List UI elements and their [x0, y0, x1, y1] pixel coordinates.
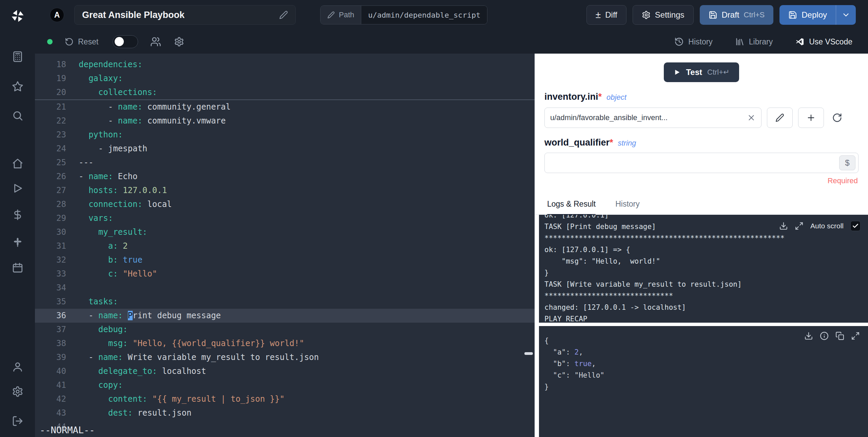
script-title-box[interactable]: Great Ansible Playbook	[74, 5, 296, 25]
field-name: inventory.ini	[544, 92, 598, 102]
library-button[interactable]: Library	[735, 37, 773, 46]
vim-status: --NORMAL--	[40, 425, 95, 435]
avatar[interactable]: A	[50, 8, 64, 22]
deploy-button[interactable]: Deploy	[779, 5, 836, 25]
draft-shortcut: Ctrl+S	[744, 11, 765, 19]
code-line[interactable]: 40 delegate_to: localhost	[35, 364, 535, 378]
windmill-logo-icon[interactable]	[11, 9, 25, 23]
info-icon[interactable]	[820, 331, 829, 340]
play-runs-icon[interactable]	[12, 183, 23, 194]
code-line[interactable]: 21 - name: community.general	[35, 100, 535, 114]
diff-toggle[interactable]	[113, 35, 138, 48]
edit-inventory-button[interactable]	[767, 108, 793, 128]
star-icon[interactable]	[12, 81, 23, 92]
download-result-icon[interactable]	[804, 331, 813, 340]
code-line[interactable]: 39 - name: Write variable my_result to r…	[35, 350, 535, 364]
code-line[interactable]: 35 tasks:	[35, 295, 535, 309]
toolbar-right-group: History Library Use VScode	[674, 37, 852, 46]
pinwheel-resources-icon[interactable]	[12, 236, 23, 247]
collaborators-icon[interactable]	[150, 36, 161, 47]
clear-icon[interactable]	[747, 113, 756, 122]
auto-scroll-checkbox[interactable]	[850, 221, 861, 231]
logs-output[interactable]: ok: [127.0.0.1]TASK [Print debug message…	[539, 215, 868, 323]
code-line[interactable]: 41 copy:	[35, 378, 535, 392]
expand-result-icon[interactable]	[851, 331, 860, 340]
gear-icon	[642, 11, 651, 19]
refresh-inventory-button[interactable]	[832, 113, 842, 123]
path-widget[interactable]: Path u/admin/dependable_script	[320, 5, 487, 24]
code-line[interactable]: 34	[35, 281, 535, 295]
code-line[interactable]: 23 python:	[35, 128, 535, 142]
code-line[interactable]: 31 a: 2	[35, 239, 535, 253]
variable-picker-button[interactable]: $	[839, 155, 855, 170]
code-line[interactable]: 22 - name: community.vmware	[35, 114, 535, 128]
calendar-schedules-icon[interactable]	[12, 262, 23, 273]
inventory-field-label: inventory.ini * object	[544, 92, 868, 102]
code-line[interactable]: 25---	[35, 156, 535, 170]
code-line[interactable]: 19 galaxy:	[35, 72, 535, 86]
deploy-dropdown-button[interactable]	[836, 5, 856, 25]
use-vscode-button[interactable]: Use VScode	[795, 37, 852, 46]
field-type: object	[606, 93, 626, 102]
code-line[interactable]: 30 my_result:	[35, 225, 535, 239]
reset-button[interactable]: Reset	[65, 37, 98, 46]
log-line: ******************************	[544, 290, 868, 302]
pane-resize-handle[interactable]	[524, 352, 533, 355]
code-line[interactable]: 29 vars:	[35, 211, 535, 225]
user-icon[interactable]	[12, 361, 23, 373]
add-inventory-button[interactable]	[798, 108, 824, 128]
edit-title-pencil-icon[interactable]	[279, 11, 288, 19]
editor-toolbar-row: Reset History Li	[35, 30, 868, 54]
code-lines: 21 - name: community.general22 - name: c…	[35, 100, 535, 434]
gear-icon[interactable]	[12, 386, 23, 397]
plus-minus-icon: ±	[596, 10, 601, 20]
code-line[interactable]: 33 c: "Hello"	[35, 267, 535, 281]
code-line[interactable]: 26- name: Echo	[35, 170, 535, 184]
history-button[interactable]: History	[674, 37, 713, 46]
result-line: "c": "Hello"	[544, 369, 868, 381]
code-line[interactable]: 28 connection: local	[35, 197, 535, 211]
expand-logs-icon[interactable]	[795, 222, 804, 230]
code-editor[interactable]: 18dependencies:19 galaxy:20 collections:…	[35, 54, 535, 437]
download-logs-icon[interactable]	[779, 222, 788, 230]
check-icon	[852, 223, 859, 229]
required-asterisk: *	[610, 137, 613, 148]
required-asterisk: *	[598, 92, 602, 102]
result-output[interactable]: { "a": 2, "b": true, "c": "Hello"}	[539, 326, 868, 437]
tab-logs-result[interactable]: Logs & Result	[547, 200, 596, 215]
code-line[interactable]: 37 debug:	[35, 323, 535, 337]
code-line[interactable]: 42 content: "{{ my_result | to_json }}"	[35, 392, 535, 406]
log-line: "msg": "Hello, world!"	[544, 255, 868, 267]
library-icon	[735, 37, 745, 46]
code-line[interactable]: 43 dest: result.json	[35, 406, 535, 420]
diff-button[interactable]: ± Diff	[586, 5, 626, 25]
world-qualifier-input[interactable]: $	[544, 153, 859, 173]
tab-history[interactable]: History	[615, 200, 640, 214]
home-icon[interactable]	[12, 158, 23, 169]
dollar-variables-icon[interactable]	[12, 209, 23, 221]
code-line[interactable]: 20 collections:	[35, 86, 535, 99]
calculator-icon[interactable]	[12, 51, 23, 62]
vscode-icon	[795, 37, 805, 46]
chevron-down-icon	[842, 11, 850, 19]
code-line[interactable]: 18dependencies:	[35, 58, 535, 72]
logout-icon[interactable]	[12, 415, 23, 427]
code-line[interactable]: 36 - name: Print debug message	[35, 309, 535, 323]
deploy-label: Deploy	[802, 10, 827, 20]
diff-label: Diff	[605, 10, 617, 20]
code-line[interactable]: 44	[35, 420, 535, 434]
code-line[interactable]: 38 msg: "Hello, {{world_qualifier}} worl…	[35, 337, 535, 350]
toggle-knob	[115, 37, 124, 46]
inventory-input[interactable]: u/admin/favorable_ansible_invent...	[544, 108, 761, 128]
test-button[interactable]: Test Ctrl+↵	[664, 62, 739, 82]
code-line[interactable]: 27 hosts: 127.0.0.1	[35, 184, 535, 197]
copy-result-icon[interactable]	[835, 331, 844, 340]
editor-settings-gear-icon[interactable]	[174, 37, 184, 47]
log-line: ok: [127.0.0.1]	[544, 215, 868, 221]
settings-button[interactable]: Settings	[633, 5, 694, 25]
draft-button[interactable]: Draft Ctrl+S	[700, 5, 774, 25]
search-icon[interactable]	[12, 110, 23, 121]
code-line[interactable]: 32 b: true	[35, 253, 535, 267]
code-line[interactable]: 24 - jmespath	[35, 142, 535, 156]
run-panel: Test Ctrl+↵ inventory.ini * object u/adm…	[535, 54, 868, 437]
